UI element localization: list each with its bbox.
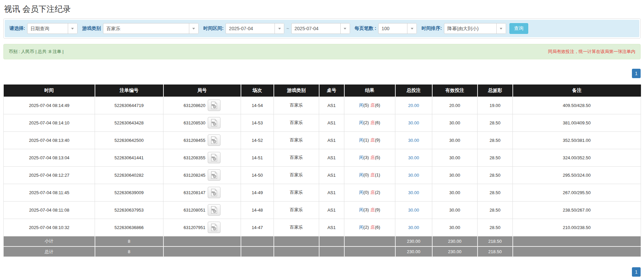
table-row: 2025-07-04 08:12:27 522630640282 6312082… bbox=[4, 166, 641, 184]
total-bet-link[interactable]: 30.00 bbox=[408, 120, 419, 125]
cell-game-type: 百家乐 bbox=[274, 201, 319, 219]
cell-session: 14-52 bbox=[241, 131, 274, 149]
game-type-select[interactable]: 百家乐 bbox=[103, 23, 199, 34]
time-range-label: 时间区间: bbox=[203, 25, 224, 32]
cell-payout: 28.50 bbox=[478, 166, 513, 184]
cell-session: 14-49 bbox=[241, 184, 274, 201]
total-bet-link[interactable]: 20.00 bbox=[408, 103, 419, 108]
video-replay-button[interactable] bbox=[208, 100, 220, 111]
video-replay-button[interactable] bbox=[208, 117, 220, 128]
page-1-button[interactable]: 1 bbox=[632, 69, 641, 78]
cell-result: 闲(2)庄(6) bbox=[344, 219, 395, 236]
query-mode-select[interactable]: 日期查询 bbox=[27, 23, 78, 34]
cell-remark: 324.00/352.50 bbox=[513, 149, 641, 166]
member-bet-records-page: 视讯 会员下注纪录 请选择: 日期查询 游戏类别 百家乐 时间区间: 2025-… bbox=[0, 0, 644, 277]
total-label: 总计 bbox=[4, 246, 95, 257]
cell-round: 631208051 bbox=[163, 201, 241, 219]
video-replay-button[interactable] bbox=[208, 152, 220, 163]
cell-time: 2025-07-04 08:10:32 bbox=[4, 219, 95, 236]
video-file-icon bbox=[210, 119, 218, 127]
banker-result: 庄 bbox=[370, 207, 375, 212]
cell-bet-id: 522630639009 bbox=[95, 184, 163, 201]
chevron-down-icon[interactable] bbox=[496, 23, 506, 34]
banker-result: 庄 bbox=[370, 190, 375, 195]
filter-panel: 请选择: 日期查询 游戏类别 百家乐 时间区间: 2025-07-04 ~ 20… bbox=[3, 18, 641, 39]
cell-table: AS1 bbox=[319, 166, 344, 184]
header-bet-id: 注单编号 bbox=[95, 85, 163, 97]
chevron-down-icon[interactable] bbox=[189, 23, 198, 34]
cell-result: 闲(5)庄(6) bbox=[344, 97, 395, 114]
cell-table: AS1 bbox=[319, 219, 344, 236]
total-bet-link[interactable]: 30.00 bbox=[408, 208, 419, 213]
video-replay-button[interactable] bbox=[208, 222, 220, 233]
cell-result: 闲(3)庄(5) bbox=[344, 149, 395, 166]
chevron-down-icon[interactable] bbox=[68, 23, 77, 34]
summary-bar: 币别 : 人民币 | 总共 :8 注单 | 同局有效投注，统一计算在该局第一张注… bbox=[3, 44, 641, 59]
cell-payout: 28.50 bbox=[478, 219, 513, 236]
search-button[interactable]: 查询 bbox=[509, 23, 528, 34]
bet-records-table: 时间 注单编号 局号 场次 游戏类别 桌号 结果 总投注 有效投注 总派彩 备注… bbox=[3, 85, 641, 257]
video-file-icon bbox=[210, 154, 218, 162]
header-remark: 备注 bbox=[513, 85, 641, 97]
table-row: 2025-07-04 08:14:49 522630644719 6312086… bbox=[4, 97, 641, 114]
video-replay-button[interactable] bbox=[208, 169, 220, 181]
cell-time: 2025-07-04 08:14:10 bbox=[4, 114, 95, 131]
header-time: 时间 bbox=[4, 85, 95, 97]
cell-total-bet: 30.00 bbox=[395, 149, 432, 166]
cell-result: 闲(3)庄(9) bbox=[344, 201, 395, 219]
cell-table: AS1 bbox=[319, 184, 344, 201]
header-result: 结果 bbox=[344, 85, 395, 97]
cell-game-type: 百家乐 bbox=[274, 131, 319, 149]
total-bet-link[interactable]: 30.00 bbox=[408, 225, 419, 230]
cell-valid-bet: 30.00 bbox=[432, 219, 478, 236]
cell-result: 闲(0)庄(2) bbox=[344, 184, 395, 201]
cell-session: 14-48 bbox=[241, 201, 274, 219]
chevron-down-icon[interactable] bbox=[340, 23, 350, 34]
table-row: 2025-07-04 08:11:45 522630639009 6312081… bbox=[4, 184, 641, 201]
time-sort-value: 降幂(由大到小) bbox=[444, 23, 496, 34]
banker-result: 庄 bbox=[370, 172, 375, 177]
cell-round: 631208620 bbox=[163, 97, 241, 114]
video-replay-button[interactable] bbox=[208, 187, 220, 198]
player-result: 闲 bbox=[359, 120, 363, 125]
video-file-icon bbox=[210, 136, 218, 144]
cell-valid-bet: 30.00 bbox=[432, 184, 478, 201]
round-number: 631208355 bbox=[184, 155, 205, 160]
chevron-down-icon[interactable] bbox=[275, 23, 284, 34]
cell-session: 14-50 bbox=[241, 166, 274, 184]
pagination-bottom: 1 bbox=[3, 267, 641, 277]
game-type-label: 游戏类别 bbox=[82, 25, 101, 32]
cell-bet-id: 522630640282 bbox=[95, 166, 163, 184]
video-replay-button[interactable] bbox=[208, 134, 220, 146]
date-to-select[interactable]: 2025-07-04 bbox=[291, 23, 350, 34]
cell-time: 2025-07-04 08:11:45 bbox=[4, 184, 95, 201]
total-bet-link[interactable]: 30.00 bbox=[408, 190, 419, 195]
date-to-value: 2025-07-04 bbox=[292, 23, 340, 34]
banker-result: 庄 bbox=[370, 103, 375, 108]
cell-remark: 352.50/381.00 bbox=[513, 131, 641, 149]
cell-total-bet: 30.00 bbox=[395, 114, 432, 131]
video-file-icon bbox=[210, 223, 218, 231]
total-bet-link[interactable]: 30.00 bbox=[408, 138, 419, 143]
table-header-row: 时间 注单编号 局号 场次 游戏类别 桌号 结果 总投注 有效投注 总派彩 备注 bbox=[4, 85, 641, 97]
cell-game-type: 百家乐 bbox=[274, 149, 319, 166]
page-title: 视讯 会员下注纪录 bbox=[4, 4, 641, 14]
total-bet-link[interactable]: 30.00 bbox=[408, 155, 419, 160]
chevron-down-icon[interactable] bbox=[407, 23, 416, 34]
query-mode-value: 日期查询 bbox=[28, 23, 68, 34]
cell-bet-id: 522630637953 bbox=[95, 201, 163, 219]
player-result: 闲 bbox=[359, 103, 363, 108]
video-replay-button[interactable] bbox=[208, 204, 220, 216]
subtotal-label: 小计 bbox=[4, 236, 95, 246]
cell-round: 631208530 bbox=[163, 114, 241, 131]
subtotal-row: 小计 8 230.00 230.00 218.50 bbox=[4, 236, 641, 246]
round-number: 631208620 bbox=[184, 103, 205, 108]
time-sort-select[interactable]: 降幂(由大到小) bbox=[444, 23, 506, 34]
page-size-value: 100 bbox=[379, 23, 407, 34]
date-from-select[interactable]: 2025-07-04 bbox=[226, 23, 284, 34]
page-1-button[interactable]: 1 bbox=[632, 267, 641, 277]
subtotal-total-bet: 230.00 bbox=[395, 236, 432, 246]
cell-round: 631208147 bbox=[163, 184, 241, 201]
total-bet-link[interactable]: 30.00 bbox=[408, 173, 419, 178]
page-size-select[interactable]: 100 bbox=[378, 23, 417, 34]
